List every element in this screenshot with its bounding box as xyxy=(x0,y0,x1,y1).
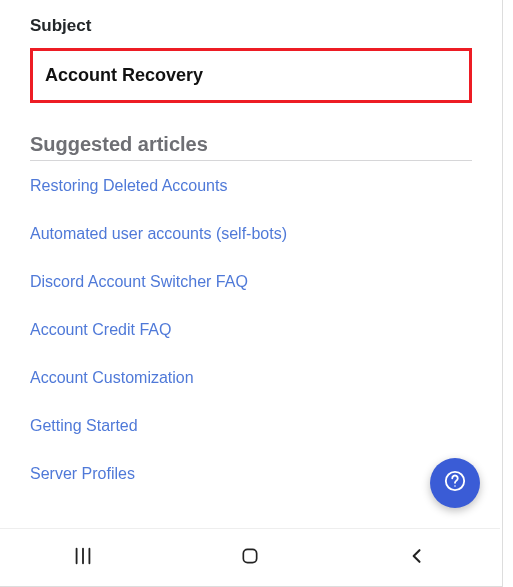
question-mark-icon xyxy=(444,470,466,496)
suggested-articles-heading: Suggested articles xyxy=(30,133,472,156)
recent-apps-icon xyxy=(72,545,94,571)
suggested-article-link[interactable]: Automated user accounts (self-bots) xyxy=(30,225,472,243)
svg-rect-5 xyxy=(243,549,256,562)
suggested-articles-list: Restoring Deleted Accounts Automated use… xyxy=(30,177,472,483)
subject-input[interactable]: Account Recovery xyxy=(30,48,472,103)
subject-label: Subject xyxy=(30,16,472,36)
suggested-article-link[interactable]: Discord Account Switcher FAQ xyxy=(30,273,472,291)
svg-point-0 xyxy=(454,485,456,487)
back-icon xyxy=(407,546,427,570)
home-icon xyxy=(240,546,260,570)
help-fab-button[interactable] xyxy=(430,458,480,508)
suggested-article-link[interactable]: Restoring Deleted Accounts xyxy=(30,177,472,195)
nav-home-button[interactable] xyxy=(220,538,280,578)
subject-input-value: Account Recovery xyxy=(45,65,457,86)
suggested-article-link[interactable]: Getting Started xyxy=(30,417,472,435)
suggested-article-link[interactable]: Account Customization xyxy=(30,369,472,387)
android-nav-bar xyxy=(0,528,500,586)
suggested-article-link[interactable]: Server Profiles xyxy=(30,465,472,483)
nav-recent-button[interactable] xyxy=(53,538,113,578)
divider xyxy=(30,160,472,161)
nav-back-button[interactable] xyxy=(387,538,447,578)
suggested-article-link[interactable]: Account Credit FAQ xyxy=(30,321,472,339)
